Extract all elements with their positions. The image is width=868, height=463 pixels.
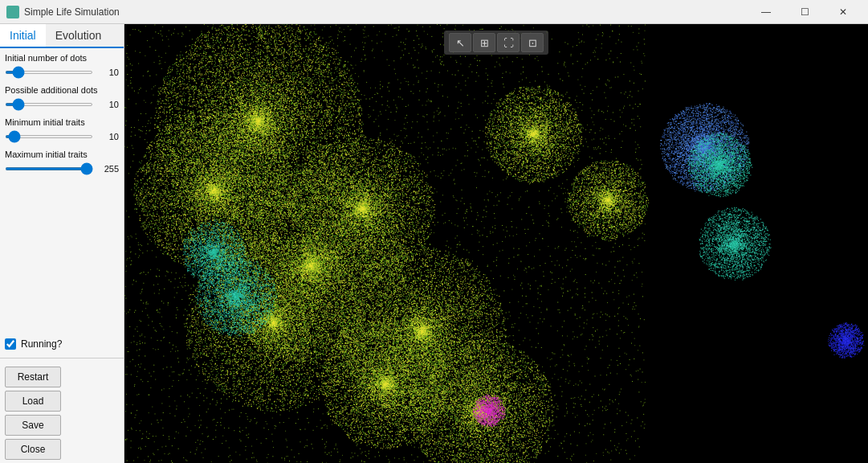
simulation-toolbar: ↖ ⊞ ⛶ ⊡	[444, 31, 548, 55]
tabs: Initial Evolution	[0, 24, 124, 48]
fullscreen-tool-button[interactable]: ⛶	[497, 33, 520, 52]
maximize-button[interactable]: ☐	[786, 0, 823, 24]
min-traits-value: 10	[96, 132, 119, 141]
app-icon	[6, 6, 19, 18]
max-traits-label: Maximum initial traits	[5, 150, 119, 159]
max-traits-value: 255	[96, 164, 119, 174]
left-panel: Initial Evolution Initial number of dots…	[0, 24, 124, 463]
initial-dots-label: Initial number of dots	[5, 53, 119, 63]
running-label: Running?	[21, 338, 62, 350]
button-section: Restart Load Save Close	[0, 363, 124, 463]
settings-tool-button[interactable]: ⊡	[521, 33, 544, 52]
restart-button[interactable]: Restart	[5, 367, 61, 387]
zoom-tool-button[interactable]: ⊞	[473, 33, 495, 52]
simulation-area: ↖ ⊞ ⛶ ⊡	[124, 24, 868, 463]
controls-panel: Initial number of dots 10 Possible addit…	[0, 48, 124, 335]
minimize-button[interactable]: —	[748, 0, 784, 24]
window-controls: — ☐ ✕	[748, 0, 862, 24]
additional-dots-group: Possible additional dots 10	[5, 85, 119, 113]
title-bar: Simple Life Simulation — ☐ ✕	[0, 0, 868, 24]
running-row: Running?	[0, 335, 124, 353]
running-checkbox[interactable]	[5, 338, 16, 350]
load-button[interactable]: Load	[5, 391, 61, 412]
pointer-tool-button[interactable]: ↖	[449, 33, 471, 52]
additional-dots-value: 10	[96, 100, 119, 109]
initial-dots-slider[interactable]	[5, 71, 93, 74]
min-traits-label: Minimum initial traits	[5, 117, 119, 127]
max-traits-group: Maximum initial traits 255	[5, 150, 119, 177]
app-body: Initial Evolution Initial number of dots…	[0, 24, 868, 463]
additional-dots-label: Possible additional dots	[5, 85, 119, 95]
close-window-button[interactable]: ✕	[825, 0, 862, 24]
additional-dots-slider[interactable]	[5, 103, 93, 106]
min-traits-group: Minimum initial traits 10	[5, 117, 119, 145]
close-button[interactable]: Close	[5, 439, 61, 460]
window-title: Simple Life Simulation	[24, 6, 120, 18]
min-traits-slider[interactable]	[5, 135, 93, 138]
max-traits-slider[interactable]	[5, 167, 93, 170]
tab-evolution[interactable]: Evolution	[46, 24, 112, 48]
tab-initial[interactable]: Initial	[0, 24, 46, 48]
initial-dots-value: 10	[96, 68, 119, 77]
separator-1	[0, 358, 124, 359]
initial-dots-group: Initial number of dots 10	[5, 53, 119, 80]
simulation-canvas[interactable]	[124, 24, 868, 463]
save-button[interactable]: Save	[5, 415, 61, 436]
